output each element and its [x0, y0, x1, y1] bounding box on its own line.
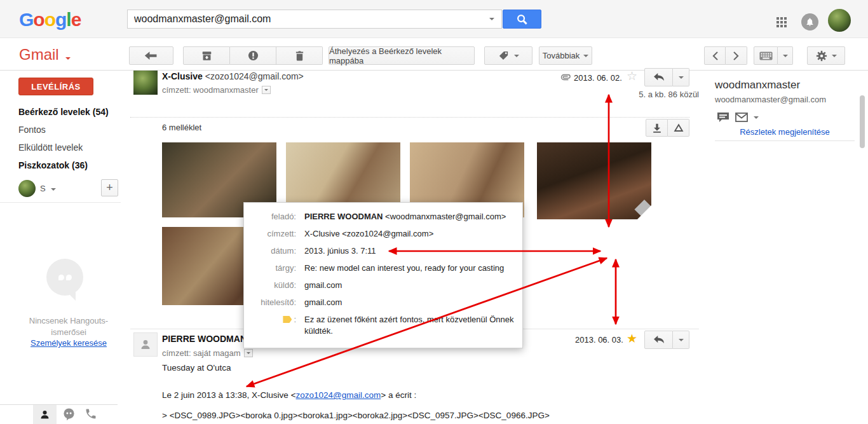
google-logo[interactable]: Google	[19, 9, 81, 31]
reply-button[interactable]	[644, 331, 673, 349]
details-row-subject: tárgy:Re: new model can interest you, re…	[244, 263, 522, 274]
archive-button[interactable]	[183, 46, 230, 65]
more-actions-button[interactable]: Továbbiak	[539, 46, 592, 65]
gear-icon	[816, 50, 827, 62]
input-tools-chevron[interactable]	[778, 46, 793, 65]
details-row-mailed-by: küldő:gmail.com	[244, 280, 522, 291]
hangouts-chat-icon	[62, 407, 76, 421]
google-logo-letter: l	[66, 9, 71, 30]
message2-sender-name[interactable]: PIERRE WOODMAN	[162, 334, 247, 344]
sender-name[interactable]: X-Clusive	[162, 71, 203, 81]
download-icon	[653, 123, 661, 133]
save-to-drive-button[interactable]	[668, 119, 689, 137]
chevron-down-icon	[583, 55, 588, 57]
google-logo-letter: o	[44, 9, 55, 30]
download-all-button[interactable]	[646, 119, 668, 137]
sidebar-divider	[0, 202, 121, 203]
back-to-inbox-button[interactable]	[129, 46, 173, 65]
person-icon	[39, 409, 50, 420]
hangouts-empty-text: Nincsenek Hangouts- ismerősei	[0, 315, 137, 338]
scrollbar-thumb[interactable]	[860, 95, 865, 148]
message-details-popup: feladó: PIERRE WOODMAN <woodmanxmaster@g…	[243, 202, 523, 348]
top-bar: Google	[0, 0, 868, 38]
account-avatar[interactable]	[828, 9, 851, 32]
star-toggle[interactable]: ☆	[627, 69, 637, 83]
show-details-chevron[interactable]	[244, 349, 253, 357]
search-icon	[516, 13, 528, 25]
compose-button[interactable]: LEVÉLÍRÁS	[18, 78, 93, 95]
reply-arrow-icon	[653, 72, 665, 82]
message2-recipients: címzett: saját magam	[162, 348, 253, 358]
move-to-inbox-button[interactable]: Áthelyezés a Beérkező levelek mappába	[329, 46, 475, 65]
sidebar-item-important[interactable]: Fontos	[18, 125, 46, 135]
search-options-chevron-icon[interactable]	[489, 18, 494, 20]
reply-options-chevron[interactable]	[673, 68, 689, 86]
sidebar-item-sent[interactable]: Elküldött levelek	[18, 142, 83, 153]
google-logo-letter: e	[71, 9, 81, 30]
labels-button[interactable]	[484, 46, 532, 65]
chevron-down-icon	[679, 76, 684, 79]
older-conversation-button[interactable]	[726, 46, 747, 65]
reply-button[interactable]	[644, 68, 673, 86]
pager-count: 5. a kb. 86 közül	[610, 90, 699, 99]
chat-self-name[interactable]: S	[40, 184, 46, 193]
google-logo-letter: g	[55, 9, 66, 30]
hangouts-logo-icon	[46, 259, 83, 296]
message1-recipients: címzett: woodmanxmaster	[162, 85, 271, 95]
sender-email: <zozo1024@gmail.com>	[203, 71, 304, 81]
show-details-link[interactable]: Részletek megjelenítése	[715, 127, 855, 137]
google-logo-letter: o	[33, 9, 44, 30]
details-row-to: címzett:X-Clusive <zozo1024@gmail.com>	[244, 228, 522, 240]
contacts-tab[interactable]	[33, 405, 57, 424]
message1-sender: X-Clusive <zozo1024@gmail.com>	[162, 71, 304, 81]
attachment-paperclip-icon	[560, 72, 572, 83]
chat-self-avatar[interactable]	[18, 180, 36, 197]
chevron-down-icon	[65, 57, 71, 60]
star-toggle[interactable]: ★	[627, 331, 637, 346]
email-link[interactable]: zozo1024@gmail.com	[296, 390, 381, 400]
sender-avatar[interactable]	[133, 71, 158, 95]
search-input[interactable]	[127, 10, 502, 29]
chevron-right-icon	[733, 51, 739, 60]
details-row-importance: : Ez az üzenet főként azért fontos, mert…	[244, 314, 522, 337]
show-details-chevron[interactable]	[262, 86, 271, 94]
sidebar-item-drafts[interactable]: Piszkozatok (36)	[18, 160, 88, 170]
gmail-label: Gmail	[19, 46, 59, 63]
notifications-bell-icon[interactable]	[801, 13, 818, 31]
gmail-logo[interactable]: Gmail	[19, 46, 71, 64]
settings-button[interactable]	[807, 46, 845, 65]
more-actions-label: Továbbiak	[543, 51, 580, 60]
google-logo-letter: G	[19, 9, 33, 30]
phone-tab[interactable]	[85, 407, 97, 423]
delete-button[interactable]	[276, 46, 323, 65]
back-arrow-icon	[144, 51, 158, 61]
input-tools-button[interactable]	[754, 46, 778, 65]
sidebar-item-inbox[interactable]: Beérkező levelek (54)	[18, 107, 109, 117]
chevron-down-icon	[247, 352, 250, 354]
reply-arrow-icon	[653, 335, 665, 345]
move-to-inbox-label: Áthelyezés a Beérkező levelek mappába	[329, 46, 474, 65]
toolbar-row: Gmail Áthelyezés a Beérkező levelek mapp…	[0, 39, 868, 71]
newer-conversation-button[interactable]	[704, 46, 726, 65]
profile-name: woodmanxmaster	[715, 79, 800, 92]
sidebar-footer-divider	[0, 404, 118, 405]
chevron-down-icon[interactable]	[754, 116, 759, 119]
attachment-thumbnail[interactable]	[537, 142, 651, 219]
hangouts-tab[interactable]	[62, 407, 76, 423]
attachments-separator	[130, 117, 689, 118]
drive-icon	[674, 123, 684, 132]
report-spam-button[interactable]	[230, 46, 276, 65]
chevron-down-icon	[783, 55, 788, 57]
default-avatar[interactable]	[133, 332, 158, 357]
hangouts-search-people-link[interactable]: Személyek keresése	[0, 338, 137, 348]
email-envelope-icon[interactable]	[735, 113, 748, 122]
trash-icon	[295, 50, 304, 61]
chat-bubble-icon[interactable]	[717, 112, 729, 123]
spam-icon	[248, 50, 259, 61]
chevron-down-icon[interactable]	[51, 188, 56, 191]
reply-options-chevron[interactable]	[673, 331, 689, 349]
add-contact-button[interactable]: +	[101, 179, 118, 196]
search-button[interactable]	[503, 10, 541, 29]
apps-grid-icon[interactable]	[776, 17, 787, 27]
profile-email: woodmanxmaster@gmail.com	[715, 95, 826, 104]
